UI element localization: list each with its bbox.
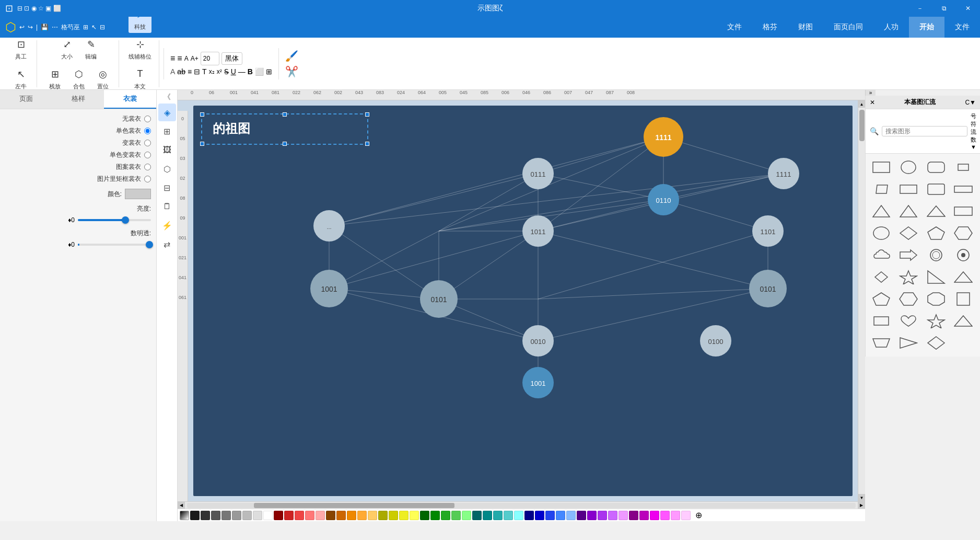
color-swatch[interactable]	[420, 511, 429, 520]
left-icon-image[interactable]: 🖼	[158, 141, 176, 159]
color-swatch[interactable]	[514, 511, 523, 520]
cursor-icon[interactable]: ↖	[91, 24, 97, 31]
slider-liangdu-track[interactable]	[78, 216, 151, 224]
shape-rectangle-wide[interactable]	[952, 202, 975, 221]
menu-geifeng[interactable]: 格芬	[752, 17, 788, 38]
radio-bianyishang[interactable]	[144, 140, 151, 146]
tool-btn-zuoniu[interactable]: ↖ 左牛	[9, 65, 32, 93]
font-a-icon[interactable]: A	[170, 67, 175, 76]
list-icon[interactable]: ≡	[188, 67, 192, 76]
color-swatch[interactable]	[430, 511, 440, 520]
align-left-icon[interactable]: ≡	[170, 54, 175, 63]
menu-wenzhang[interactable]: 文件	[717, 17, 752, 38]
color-swatch[interactable]	[524, 511, 534, 520]
shape-trapezoid[interactable]	[870, 334, 893, 352]
diagram-canvas[interactable]: 的祖图	[193, 106, 853, 496]
align-center-icon[interactable]: ≡	[177, 54, 182, 63]
color-swatch[interactable]	[295, 511, 304, 520]
color-swatch[interactable]	[389, 511, 398, 520]
color-swatch[interactable]	[316, 511, 325, 520]
color-swatch[interactable]	[493, 511, 503, 520]
shape-hexagon[interactable]	[952, 224, 975, 243]
undo-icon[interactable]: ↩	[19, 24, 25, 31]
shape-rounded-rect[interactable]	[925, 158, 948, 177]
color-swatch[interactable]	[274, 511, 283, 520]
right-panel-expand-btn[interactable]: C▼	[965, 99, 976, 106]
radio-tupian[interactable]	[144, 176, 151, 182]
radio-tuanyishang[interactable]	[144, 164, 151, 170]
scroll-thumb-bottom[interactable]	[254, 503, 454, 508]
color-swatch[interactable]	[566, 511, 576, 520]
font-size-input[interactable]	[201, 52, 219, 65]
color-swatch[interactable]	[535, 511, 544, 520]
right-toggle-btn[interactable]: »	[865, 90, 876, 96]
left-icon-grid[interactable]: ⊞	[158, 122, 176, 140]
color-swatch[interactable]	[608, 511, 617, 520]
font-name-dropdown[interactable]: 黑体	[221, 52, 242, 65]
color-swatch[interactable]	[629, 511, 638, 520]
font-size-up-icon[interactable]: A+	[191, 55, 199, 62]
right-panel-close-btn[interactable]: ✕	[870, 99, 875, 106]
shape-triangle5[interactable]	[952, 312, 975, 330]
shape-arrow-shape[interactable]	[897, 246, 920, 265]
tool-btn-wenben[interactable]: T 本文	[129, 65, 151, 93]
shape-pentagon2[interactable]	[870, 290, 893, 308]
color-swatch[interactable]	[483, 511, 492, 520]
color-swatch[interactable]	[587, 511, 597, 520]
shape-diamond2[interactable]	[925, 334, 948, 352]
tab-geyang[interactable]: 格样	[52, 90, 104, 109]
radio-dansebianshang[interactable]	[144, 152, 151, 158]
left-icon-lightning[interactable]: ⚡	[158, 216, 176, 234]
shape-star[interactable]	[897, 268, 920, 286]
shape-diamond[interactable]	[897, 224, 920, 243]
more-colors-btn[interactable]: ⊕	[694, 511, 703, 520]
color-swatch[interactable]	[681, 511, 691, 520]
tool-btn-fuzhu[interactable]: ⊹ 线辅格位	[125, 35, 155, 63]
color-swatch[interactable]	[336, 511, 346, 520]
color-swatch[interactable]	[190, 511, 200, 520]
color-swatch[interactable]	[253, 511, 262, 520]
color-swatch[interactable]	[357, 511, 367, 520]
tool-btn-weizhi[interactable]: ◎ 置位	[91, 65, 114, 93]
tool-btn-fangzhan[interactable]: ⊞ 栈放	[43, 65, 66, 93]
tool-btn-daxiao[interactable]: ⤢ 大小	[55, 35, 78, 63]
color-swatch[interactable]	[504, 511, 513, 520]
tab-yemian[interactable]: 页面	[0, 90, 52, 109]
color-swatch[interactable]	[284, 511, 294, 520]
shape-circle-outline[interactable]	[925, 246, 948, 265]
indent-icon[interactable]: ⊟	[194, 67, 200, 76]
rule-icon[interactable]: —	[238, 67, 246, 76]
color-swatch[interactable]	[650, 511, 659, 520]
scroll-left-btn[interactable]: ◀	[178, 502, 185, 509]
search-input[interactable]	[882, 126, 967, 136]
color-swatch[interactable]	[598, 511, 607, 520]
left-icon-shuffle[interactable]: ⇄	[158, 235, 176, 253]
radio-danseyishang[interactable]	[144, 128, 151, 134]
scroll-down-btn[interactable]: ▼	[858, 494, 866, 501]
color-swatch[interactable]	[577, 511, 586, 520]
left-icon-layers[interactable]: ⬡	[158, 160, 176, 178]
close-btn[interactable]: ✕	[956, 0, 980, 17]
shape-triangle[interactable]	[870, 202, 893, 221]
text-type-icon[interactable]: T	[202, 67, 207, 76]
color-swatch[interactable]	[378, 511, 388, 520]
left-icon-pointer[interactable]: ◈	[158, 104, 176, 121]
color-swatch[interactable]	[305, 511, 314, 520]
slider-touming-track[interactable]	[78, 241, 151, 248]
shape-rect3[interactable]	[925, 180, 948, 199]
color-picker-btn[interactable]	[125, 189, 151, 199]
underline-icon[interactable]: U	[231, 67, 236, 76]
tool-btn-juju[interactable]: ⊡ 具工	[9, 35, 32, 63]
shape-cloud[interactable]	[870, 246, 893, 265]
menu-rengong[interactable]: 人功	[873, 17, 909, 38]
left-icon-table[interactable]: ⊟	[158, 179, 176, 197]
more-icon[interactable]: ⋯	[52, 24, 58, 31]
shape-octagon[interactable]	[925, 290, 948, 308]
collapse-left-btn[interactable]: 《	[164, 92, 171, 102]
minimize-btn[interactable]: －	[908, 0, 932, 17]
color-swatch[interactable]	[399, 511, 409, 520]
shape-triangle4[interactable]	[952, 268, 975, 286]
color-swatch[interactable]	[221, 511, 231, 520]
color-swatch[interactable]	[211, 511, 220, 520]
menu-caitu[interactable]: 财图	[788, 17, 823, 38]
